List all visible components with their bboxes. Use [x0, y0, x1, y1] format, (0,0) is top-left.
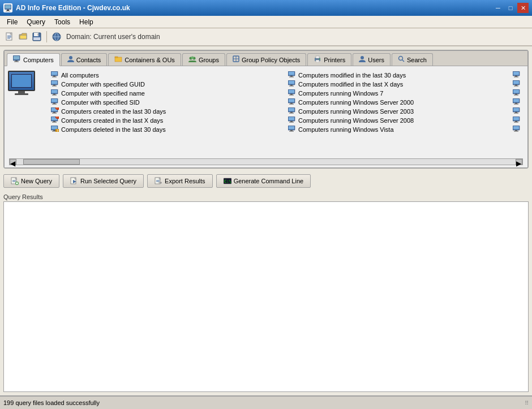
minimize-button[interactable]: ─	[492, 3, 504, 13]
tab-search-label: Search	[407, 57, 427, 63]
list-item[interactable]: ? Computers deleted in the last 30 days	[49, 125, 286, 134]
item-label: Computers created in the last X days	[61, 117, 163, 124]
results-area[interactable]	[3, 201, 529, 392]
scroll-left-btn[interactable]: ◀	[10, 159, 16, 165]
run-selected-query-button[interactable]: Run Selected Query	[63, 174, 144, 188]
tab-computers[interactable]: Computers	[7, 53, 60, 66]
svg-rect-91	[513, 90, 519, 93]
new-query-button[interactable]: New Query	[3, 174, 59, 188]
list-item[interactable]: Computers running Windows Server 2008	[286, 116, 523, 124]
item-right-icon	[513, 98, 521, 106]
list-item[interactable]: Computer with specified SID	[49, 98, 286, 106]
menu-query[interactable]: Query	[22, 17, 50, 27]
svg-rect-20	[14, 62, 19, 62]
svg-rect-123	[513, 126, 519, 130]
main-content: Computers Contacts	[0, 46, 532, 395]
tab-containers[interactable]: Containers & OUs	[108, 53, 181, 66]
toolbar-btn-4[interactable]	[50, 31, 63, 43]
svg-rect-52	[52, 104, 57, 105]
app-icon	[3, 3, 12, 12]
horizontal-scrollbar[interactable]: ◀ ▶	[9, 158, 523, 165]
svg-rect-46	[52, 90, 57, 93]
item-label: Computers deleted in the last 30 days	[61, 126, 166, 133]
svg-rect-7	[7, 37, 11, 37]
svg-rect-107	[513, 108, 519, 111]
resize-grip[interactable]: ⠿	[525, 400, 529, 406]
tab-users[interactable]: Users	[353, 53, 391, 66]
item-icon	[288, 71, 296, 79]
item-icon	[288, 98, 296, 106]
list-item[interactable]: Computers running Windows Vista	[286, 125, 523, 134]
item-label: Computers created in the last 30 days	[61, 108, 166, 115]
svg-rect-51	[53, 103, 55, 104]
item-label: Computer with specified GUID	[61, 81, 145, 88]
item-icon	[288, 126, 296, 133]
menu-file[interactable]: File	[2, 17, 22, 27]
item-icon: ?	[51, 126, 59, 133]
scroll-right-btn[interactable]: ▶	[516, 159, 522, 165]
list-item[interactable]: All computers	[49, 71, 286, 79]
tab-gpo[interactable]: Group Policy Objects	[226, 53, 306, 66]
item-label: Computers running Windows 7	[298, 90, 383, 97]
list-item[interactable]: Computers running Windows Server 2000	[286, 98, 523, 106]
item-right-icon	[513, 117, 521, 124]
svg-rect-62	[52, 122, 57, 123]
svg-rect-105	[289, 113, 294, 114]
list-item[interactable]: Computers modified in the last 30 days	[286, 71, 523, 79]
scrollbar-thumb[interactable]	[23, 159, 80, 165]
svg-rect-115	[513, 117, 519, 120]
toolbar-btn-2[interactable]	[17, 31, 29, 43]
item-label: Computers running Windows Server 2003	[298, 108, 414, 115]
list-item[interactable]: ! Computers created in the last X days	[49, 116, 286, 124]
list-item[interactable]: Computer with specified name	[49, 89, 286, 97]
tab-search[interactable]: Search	[392, 53, 433, 66]
new-query-label: New Query	[21, 178, 52, 184]
query-list: All computers Computer with specified GU…	[49, 71, 523, 152]
cmd-icon: C:\>	[224, 177, 231, 185]
export-results-label: Export Results	[165, 178, 205, 184]
svg-rect-96	[290, 103, 293, 104]
tab-groups[interactable]: Groups	[182, 53, 225, 66]
generate-command-line-button[interactable]: C:\> Generate Command Line	[216, 174, 311, 188]
svg-rect-31	[316, 56, 319, 58]
list-item[interactable]: Computers running Windows Server 2003	[286, 107, 523, 115]
toolbar-btn-1[interactable]	[3, 31, 16, 43]
svg-rect-121	[289, 131, 294, 132]
title-bar: AD Info Free Edition - Cjwdev.co.uk ─ □ …	[0, 0, 532, 16]
tab-bar: Computers Contacts	[5, 51, 527, 66]
svg-rect-56	[52, 113, 57, 114]
svg-rect-67	[53, 130, 55, 131]
list-item[interactable]: Computers running Windows 7	[286, 89, 523, 97]
svg-rect-32	[316, 60, 319, 62]
tab-printers[interactable]: Printers	[307, 53, 351, 66]
svg-rect-39	[53, 76, 55, 77]
svg-rect-42	[52, 81, 57, 84]
item-icon: !	[51, 107, 59, 115]
menu-tools[interactable]: Tools	[50, 17, 75, 27]
tab-panel: Computers Contacts	[3, 50, 529, 169]
svg-rect-77	[514, 77, 518, 78]
run-query-icon	[70, 177, 78, 185]
export-results-button[interactable]: Export Results	[147, 174, 213, 188]
item-label: Computer with specified name	[61, 90, 145, 97]
item-icon	[288, 117, 296, 124]
svg-rect-1	[5, 5, 11, 8]
svg-rect-75	[513, 72, 519, 75]
export-icon	[155, 177, 162, 185]
svg-rect-8	[7, 38, 10, 38]
svg-text:C:\>: C:\>	[224, 179, 231, 184]
tab-contacts[interactable]: Contacts	[61, 53, 107, 66]
list-item[interactable]: ! Computers created in the last 30 days	[49, 107, 286, 115]
list-item[interactable]: Computer with specified GUID	[49, 80, 286, 88]
results-label: Query Results	[3, 193, 529, 200]
svg-rect-18	[14, 56, 19, 59]
menu-help[interactable]: Help	[75, 17, 98, 27]
svg-rect-61	[53, 121, 55, 122]
status-text: 199 query files loaded successfully	[3, 399, 525, 406]
item-icon	[51, 98, 59, 106]
list-item[interactable]: Computers modified in the last X days	[286, 80, 523, 88]
toolbar-btn-3[interactable]	[31, 31, 43, 43]
svg-rect-43	[53, 85, 55, 86]
maximize-button[interactable]: □	[505, 3, 516, 13]
close-button[interactable]: ✕	[517, 3, 529, 13]
